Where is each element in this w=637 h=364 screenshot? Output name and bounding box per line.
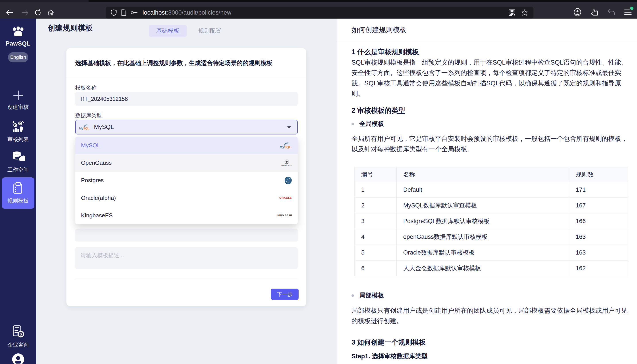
- extensions-button[interactable]: [589, 7, 599, 17]
- help-title-divider: [337, 42, 637, 42]
- sidebar-item-label: 审核列表: [0, 136, 36, 143]
- workspace-icon: [11, 151, 25, 164]
- tab-basic-template[interactable]: 基础模板: [149, 25, 187, 37]
- dropdown-option-kingbase[interactable]: KingbaseES KING BASE: [75, 207, 298, 224]
- forward-button[interactable]: [20, 7, 31, 18]
- bullet-dot-icon: [352, 123, 354, 125]
- help-step1-heading: Step1. 选择审核数据库类型: [352, 352, 428, 360]
- tab-group: 基础模板 规则配置: [149, 25, 229, 37]
- oracle-logo: ORACLE: [279, 196, 292, 200]
- kingbase-logo: KING BASE: [277, 214, 292, 217]
- col-header-name: 名称: [396, 167, 569, 182]
- bullet-dot-icon: [352, 294, 354, 297]
- postgres-logo: [284, 176, 292, 184]
- url-host: localhost: [143, 9, 166, 16]
- sidebar-item-admin[interactable]: Admin: [0, 353, 36, 364]
- opengauss-logo: openGauss: [281, 159, 292, 167]
- url-text: localhost:3000/audit/policies/new: [143, 9, 231, 16]
- table-row: 4openGauss数据库默认审核模板163: [355, 229, 628, 245]
- account-button[interactable]: [572, 7, 582, 17]
- account-icon: [573, 8, 582, 16]
- mysql-logo: MySQL.: [279, 142, 292, 148]
- page-title: 创建规则模板: [48, 23, 93, 33]
- audit-list-icon: [11, 120, 25, 133]
- help-section1-heading: 1 什么是审核规则模板: [352, 47, 419, 56]
- tab-rule-config[interactable]: 规则配置: [191, 25, 229, 37]
- table-row: 2MySQL数据库默认审查模板167: [355, 198, 628, 214]
- back-button[interactable]: [4, 7, 15, 18]
- table-row: 6人大金仓数据库默认审核模板162: [355, 260, 628, 276]
- template-name-label: 模板名称: [75, 84, 97, 91]
- global-template-body: 全局所有用户可见，它是审核平台安装时会预设的审核模板，一般包括一个包含所有规则的…: [352, 134, 629, 154]
- undo-arrow-icon: [607, 8, 615, 16]
- mysql-logo: MySQL.: [79, 124, 90, 130]
- dropdown-option-mysql[interactable]: MySQL MySQL.: [75, 137, 298, 154]
- global-template-bullet: 全局模板: [352, 120, 384, 128]
- help-title: 如何创建规则模板: [352, 25, 406, 34]
- help-panel: 如何创建规则模板 1 什么是审核规则模板 SQL审核规则模板是指一组预定义的规则…: [337, 18, 637, 364]
- sidebar: PawSQL English 创建审核 审核列表 工作空间 规则模板 $ 企业咨…: [0, 18, 36, 364]
- postgres-elephant-icon: [284, 176, 292, 184]
- local-template-body: 局部模板只有创建用户或是创建用户所在的团队成员可见，局部模板需要依据全局模板或用…: [352, 306, 629, 326]
- db-type-select[interactable]: MySQL. MySQL: [75, 120, 298, 134]
- home-icon: [47, 9, 54, 16]
- paw-logo-icon: [11, 26, 25, 37]
- language-toggle-button[interactable]: English: [8, 52, 28, 62]
- bookmark-star-icon[interactable]: [521, 9, 528, 16]
- help-section2-heading: 2 审核模板的类型: [352, 106, 405, 115]
- table-row: 1Default171: [355, 182, 628, 198]
- back-arrow-icon: [6, 10, 13, 16]
- url-path: :3000/audit/policies/new: [166, 9, 231, 16]
- sidebar-item-audit-list[interactable]: 审核列表: [0, 120, 36, 143]
- col-header-rule-count: 规则数: [569, 167, 628, 182]
- menu-button[interactable]: [623, 7, 633, 17]
- card-footer-divider: [75, 279, 298, 279]
- user-avatar-icon: [12, 353, 25, 364]
- brand: PawSQL: [0, 26, 36, 47]
- rule-template-icon: [13, 182, 24, 194]
- help-section3-heading: 3 如何创建一个规则模板: [352, 338, 426, 347]
- app-screen: localhost:3000/audit/policies/new: [0, 0, 637, 364]
- url-bar[interactable]: localhost:3000/audit/policies/new: [106, 7, 533, 18]
- browser-tab[interactable]: [0, 0, 89, 2]
- dropdown-option-opengauss[interactable]: OpenGauss openGauss: [75, 154, 298, 172]
- browser-tabstrip: [0, 0, 637, 2]
- enterprise-consult-icon: $: [12, 325, 25, 338]
- sidebar-item-label: 企业咨询: [0, 341, 36, 348]
- next-step-button[interactable]: 下一步: [271, 288, 298, 300]
- db-type-value: MySQL: [94, 124, 114, 130]
- browser-toolbar: localhost:3000/audit/policies/new: [0, 2, 637, 18]
- local-template-bullet: 局部模板: [352, 291, 384, 300]
- forward-arrow-icon: [21, 10, 29, 16]
- templates-table: 编号 名称 规则数 1Default171 2MySQL数据库默认审查模板167…: [354, 167, 628, 276]
- notification-dot: [630, 7, 633, 10]
- reload-button[interactable]: [32, 7, 43, 18]
- create-template-panel: 创建规则模板 基础模板 规则配置 选择基础模板，在此基础上调整规则参数，生成适合…: [36, 18, 337, 364]
- table-row: 3PostgreSQL数据库默认审核模板166: [355, 214, 628, 229]
- dropdown-option-oracle[interactable]: Oracle(alpha) ORACLE: [75, 189, 298, 207]
- dropdown-option-postgres[interactable]: Postgres: [75, 172, 298, 189]
- qr-code-icon[interactable]: [509, 9, 515, 16]
- undo-button[interactable]: [606, 7, 616, 17]
- sidebar-item-rule-templates[interactable]: 规则模板: [2, 177, 34, 209]
- card-header: 选择基础模板，在此基础上调整规则参数，生成适合特定场景的的规则模板: [66, 48, 306, 78]
- shield-icon: [111, 9, 117, 16]
- base-template-field[interactable]: [75, 229, 298, 242]
- db-type-dropdown: MySQL MySQL. OpenGauss openGauss Postgre…: [75, 137, 298, 224]
- plus-icon: [13, 90, 24, 101]
- home-button[interactable]: [45, 7, 56, 18]
- table-header-row: 编号 名称 规则数: [355, 167, 628, 182]
- page-info-icon: [121, 9, 127, 16]
- sidebar-item-enterprise-consult[interactable]: $ 企业咨询: [0, 325, 36, 348]
- brand-name: PawSQL: [0, 40, 36, 47]
- template-name-input[interactable]: [75, 92, 298, 106]
- sidebar-item-label: 工作空间: [0, 166, 36, 174]
- sidebar-item-create-audit[interactable]: 创建审核: [0, 90, 36, 110]
- sidebar-item-workspace[interactable]: 工作空间: [0, 151, 36, 174]
- db-type-label: 数据库类型: [75, 112, 102, 119]
- template-description-input[interactable]: [75, 247, 298, 269]
- sidebar-item-label: 创建审核: [0, 104, 36, 110]
- opengauss-icon: [284, 159, 289, 164]
- svg-text:$: $: [20, 332, 22, 336]
- sidebar-item-label: 规则模板: [2, 197, 34, 204]
